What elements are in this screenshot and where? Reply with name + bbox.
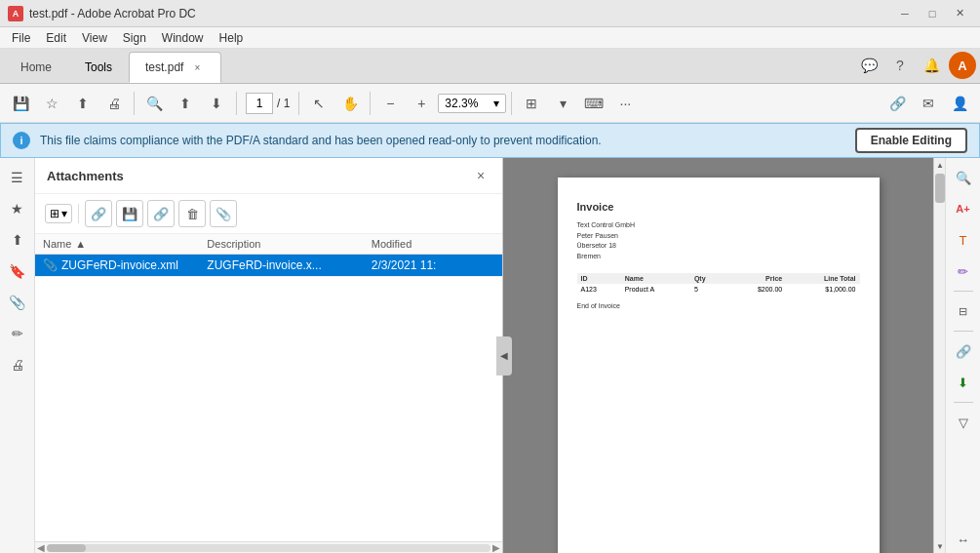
row-desc: ZUGFeRD-invoice.x... bbox=[207, 258, 371, 272]
invoice-table: ID Name Qty Price Line Total A123 Produc… bbox=[577, 273, 860, 295]
left-sb-star-btn[interactable]: ★ bbox=[4, 195, 31, 222]
enable-editing-button[interactable]: Enable Editing bbox=[855, 128, 967, 153]
attach-add-btn[interactable]: 🔗 bbox=[85, 200, 112, 227]
left-sb-upload-btn[interactable]: ⬆ bbox=[4, 226, 31, 254]
bookmark-button[interactable]: ☆ bbox=[37, 89, 66, 118]
scroll-left-arrow[interactable]: ◀ bbox=[37, 542, 45, 553]
dropdown-arrow-icon: ▾ bbox=[61, 207, 67, 220]
chat-button[interactable]: 💬 bbox=[855, 52, 882, 79]
col-name-header[interactable]: Name ▲ bbox=[43, 238, 207, 250]
close-button[interactable]: ✕ bbox=[947, 4, 972, 23]
maximize-button[interactable]: □ bbox=[920, 4, 945, 23]
attach-delete-btn[interactable]: 🗑 bbox=[178, 200, 206, 227]
panel-toolbar: ⊞ ▾ 🔗 💾 🔗 🗑 📎 bbox=[35, 194, 502, 234]
upload-button[interactable]: ⬆ bbox=[68, 89, 98, 118]
left-sb-bookmark-btn[interactable]: 🔖 bbox=[4, 257, 31, 285]
title-bar: A test.pdf - Adobe Acrobat Pro DC ─ □ ✕ bbox=[0, 0, 980, 27]
toolbar-sep-1 bbox=[134, 92, 135, 115]
toolbar-sep-4 bbox=[370, 92, 371, 115]
right-sb-sep-2 bbox=[954, 331, 973, 332]
hand-tool-button[interactable]: ✋ bbox=[335, 89, 365, 118]
panel-collapse-arrow[interactable]: ◀ bbox=[496, 336, 512, 375]
right-sb-link-btn[interactable]: 🔗 bbox=[950, 337, 977, 365]
row-qty: 5 bbox=[690, 284, 726, 295]
right-sb-fill-btn[interactable]: ⊟ bbox=[950, 297, 977, 325]
panel-tb-dropdown[interactable]: ⊞ ▾ bbox=[45, 204, 72, 223]
panel-scroll[interactable]: ◀ ▶ bbox=[35, 541, 502, 553]
pdf-area: Invoice Text Control GmbH Peter Pausen Ü… bbox=[503, 158, 933, 553]
col-mod-header[interactable]: Modified bbox=[372, 238, 494, 250]
panel-tb-sep-1 bbox=[78, 204, 79, 223]
table-row[interactable]: 📎 ZUGFeRD-invoice.xml ZUGFeRD-invoice.x.… bbox=[35, 255, 502, 277]
tab-bar: Home Tools test.pdf × 💬 ? 🔔 A bbox=[0, 49, 980, 84]
user-button[interactable]: A bbox=[949, 52, 976, 79]
zoom-in-btn[interactable]: + bbox=[407, 89, 436, 118]
cursor-tool-button[interactable]: ↖ bbox=[304, 89, 333, 118]
more-button[interactable]: ··· bbox=[610, 89, 640, 118]
zoom-out-btn[interactable]: − bbox=[375, 89, 405, 118]
page-input[interactable] bbox=[246, 93, 273, 114]
zoom-out-button[interactable]: 🔍 bbox=[139, 89, 169, 118]
add-user-button[interactable]: 👤 bbox=[945, 89, 974, 118]
menu-window[interactable]: Window bbox=[154, 29, 212, 47]
address: Übersetor 18 bbox=[577, 242, 616, 249]
row-name: Product A bbox=[621, 284, 690, 295]
tab-close-icon[interactable]: × bbox=[189, 59, 205, 75]
print-button[interactable]: 🖨 bbox=[99, 89, 129, 118]
marquee-button[interactable]: ⊞ bbox=[517, 89, 546, 118]
right-sb-dl-btn[interactable]: ⬇ bbox=[950, 369, 977, 396]
row-id: A123 bbox=[577, 284, 621, 295]
right-sb-expand-btn[interactable]: ↔ bbox=[950, 526, 977, 553]
link-button[interactable]: 🔗 bbox=[882, 89, 912, 118]
attach-paperclip-btn[interactable]: 📎 bbox=[210, 200, 237, 227]
keyboard-button[interactable]: ⌨ bbox=[579, 89, 608, 118]
left-sb-print-btn[interactable]: 🖨 bbox=[4, 351, 31, 378]
save-button[interactable]: 💾 bbox=[6, 89, 35, 118]
menu-edit[interactable]: Edit bbox=[38, 29, 74, 47]
email-button[interactable]: ✉ bbox=[914, 89, 943, 118]
nav-up-button[interactable]: ⬆ bbox=[171, 89, 200, 118]
attach-link-btn[interactable]: 🔗 bbox=[147, 200, 175, 227]
col-desc-header[interactable]: Description bbox=[207, 238, 371, 250]
row-name: 📎 ZUGFeRD-invoice.xml bbox=[43, 258, 207, 272]
right-sb-edit-btn[interactable]: ✏ bbox=[950, 257, 977, 285]
scroll-track-v[interactable] bbox=[934, 172, 945, 539]
attach-table: 📎 ZUGFeRD-invoice.xml ZUGFeRD-invoice.x.… bbox=[35, 255, 502, 541]
menu-sign[interactable]: Sign bbox=[115, 29, 154, 47]
scroll-track[interactable] bbox=[47, 544, 490, 552]
tab-bar-actions: 💬 ? 🔔 A bbox=[855, 52, 976, 83]
menu-help[interactable]: Help bbox=[212, 29, 252, 47]
menu-view[interactable]: View bbox=[74, 29, 115, 47]
col-sort-icon: ▲ bbox=[75, 238, 86, 250]
vert-scroll[interactable]: ▲ ▼ bbox=[933, 158, 945, 553]
tab-pdf[interactable]: test.pdf × bbox=[129, 52, 221, 83]
tab-tools[interactable]: Tools bbox=[68, 52, 129, 83]
minimize-button[interactable]: ─ bbox=[892, 4, 918, 23]
zoom-chevron-icon: ▾ bbox=[493, 97, 499, 110]
notifications-button[interactable]: 🔔 bbox=[918, 52, 945, 79]
zoom-control[interactable]: 32.3% ▾ bbox=[438, 94, 506, 113]
panel-close-button[interactable]: × bbox=[471, 166, 490, 185]
right-sb-comment-btn[interactable]: T bbox=[950, 226, 977, 254]
panel-title: Attachments bbox=[47, 169, 124, 183]
right-sb-pdf-btn[interactable]: A+ bbox=[950, 195, 977, 222]
right-sb-collapse-btn[interactable]: ▽ bbox=[950, 409, 977, 436]
tab-home[interactable]: Home bbox=[4, 52, 68, 83]
title-bar-text: test.pdf - Adobe Acrobat Pro DC bbox=[29, 7, 196, 20]
th-linetotal: Line Total bbox=[786, 273, 859, 284]
left-sb-home-btn[interactable]: ☰ bbox=[4, 164, 31, 191]
help-button[interactable]: ? bbox=[886, 52, 914, 79]
scroll-right-arrow[interactable]: ▶ bbox=[492, 542, 500, 553]
panel-header: Attachments × bbox=[35, 158, 502, 194]
right-sb-search-btn[interactable]: 🔍 bbox=[950, 164, 977, 191]
nav-down-button[interactable]: ⬇ bbox=[202, 89, 231, 118]
menu-file[interactable]: File bbox=[4, 29, 38, 47]
toolbar-sep-5 bbox=[511, 92, 512, 115]
left-sb-attach-btn[interactable]: 📎 bbox=[4, 289, 31, 316]
attach-save-btn[interactable]: 💾 bbox=[116, 200, 143, 227]
app-icon: A bbox=[8, 6, 23, 21]
left-sb-edit-btn[interactable]: ✏ bbox=[4, 320, 31, 347]
marquee-dropdown-button[interactable]: ▾ bbox=[548, 89, 577, 118]
attach-col-header: Name ▲ Description Modified bbox=[35, 234, 502, 255]
title-bar-left: A test.pdf - Adobe Acrobat Pro DC bbox=[8, 6, 196, 21]
